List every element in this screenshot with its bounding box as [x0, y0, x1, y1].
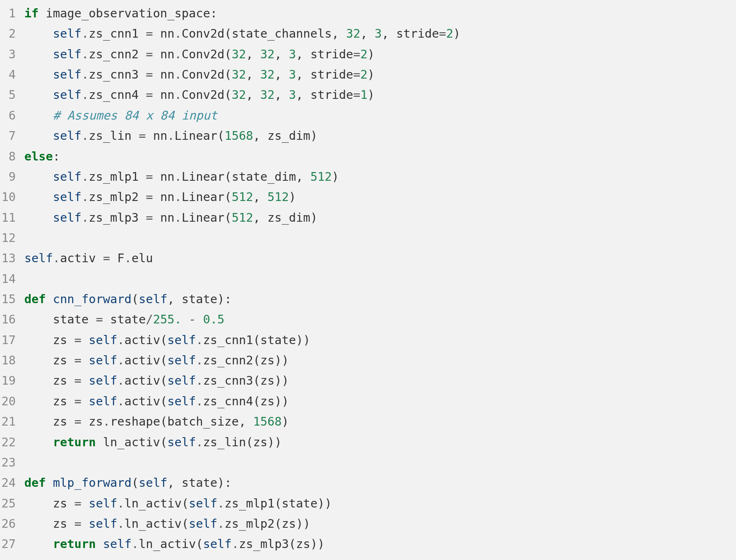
token-op: .: [196, 333, 203, 347]
token-kw: def: [24, 292, 46, 306]
token-op: =: [75, 333, 82, 347]
token-plain: ,: [246, 88, 260, 102]
token-plain: [24, 190, 53, 204]
token-op: .: [196, 435, 203, 449]
token-op: =: [139, 129, 146, 143]
token-op: =: [103, 251, 110, 265]
line-number: 18: [0, 350, 24, 371]
token-num: 32: [232, 47, 246, 61]
token-plain: [24, 211, 53, 225]
token-slf: self: [167, 373, 196, 388]
token-plain: zs_lin: [89, 129, 139, 143]
token-plain: zs: [24, 394, 75, 408]
token-plain: [96, 537, 103, 551]
code-line: 8else:: [0, 146, 736, 167]
token-op: =: [75, 517, 82, 531]
code-line: 25 zs = self.ln_activ(self.zs_mlp1(state…: [0, 493, 736, 514]
token-plain: zs: [82, 414, 103, 428]
token-num: 2: [361, 67, 368, 81]
code-line: 11 self.zs_mlp3 = nn.Linear(512, zs_dim): [0, 208, 736, 228]
token-op: .: [174, 211, 181, 225]
token-op: =: [439, 26, 446, 41]
code-content: zs = self.ln_activ(self.zs_mlp1(state)): [24, 493, 736, 514]
code-content: else:: [24, 146, 736, 167]
token-plain: Linear(: [182, 190, 232, 204]
token-slf: self: [139, 292, 167, 306]
token-plain: Conv2d(: [182, 67, 232, 81]
token-plain: Linear(state_dim,: [182, 170, 310, 184]
token-slf: self: [89, 353, 117, 367]
token-plain: ,: [274, 47, 289, 61]
token-op: =: [353, 67, 360, 81]
code-content: def mlp_forward(self, state):: [24, 473, 736, 493]
line-number: 12: [0, 228, 24, 248]
token-plain: ln_activ(: [96, 435, 167, 449]
token-plain: zs_cnn4(zs)): [203, 394, 289, 408]
token-plain: nn: [153, 26, 175, 41]
code-line: 20 zs = self.activ(self.zs_cnn4(zs)): [0, 391, 736, 412]
token-plain: F: [110, 251, 125, 265]
token-slf: self: [167, 435, 196, 449]
code-line: 7 self.zs_lin = nn.Linear(1568, zs_dim): [0, 126, 736, 146]
token-plain: zs_mlp1(state)): [224, 496, 332, 510]
token-op: .: [217, 517, 224, 531]
line-number: 24: [0, 473, 24, 493]
token-slf: self: [53, 129, 82, 143]
token-op: =: [146, 26, 153, 41]
token-op: .: [174, 190, 181, 204]
code-content: self.zs_lin = nn.Linear(1568, zs_dim): [24, 126, 736, 146]
token-plain: ): [368, 67, 375, 81]
line-number: 21: [0, 412, 24, 432]
token-plain: zs_mlp2: [89, 190, 146, 204]
token-slf: self: [53, 26, 82, 41]
code-line: 6 # Assumes 84 x 84 input: [0, 105, 736, 126]
code-line: 16 state = state/255. - 0.5: [0, 309, 736, 330]
line-number: 14: [0, 269, 24, 289]
token-op: .: [82, 170, 89, 184]
token-plain: [182, 312, 189, 326]
token-op: /: [146, 312, 153, 326]
code-content: self.zs_mlp2 = nn.Linear(512, 512): [24, 187, 736, 207]
code-content: self.zs_cnn2 = nn.Conv2d(32, 32, 3, stri…: [24, 44, 736, 65]
token-plain: zs_mlp3: [89, 211, 146, 225]
token-nf: cnn_forward: [53, 292, 132, 306]
code-block: 1if image_observation_space:2 self.zs_cn…: [0, 0, 736, 558]
token-plain: nn: [153, 190, 175, 204]
token-plain: activ(: [125, 373, 168, 388]
token-plain: ln_activ(: [139, 537, 203, 551]
token-plain: image_observation_space:: [38, 6, 217, 20]
token-slf: self: [189, 496, 217, 510]
token-plain: reshape(batch_size,: [110, 414, 253, 428]
token-slf: self: [189, 517, 217, 531]
token-slf: self: [203, 537, 232, 551]
token-plain: zs_cnn1: [89, 26, 146, 41]
token-plain: activ(: [125, 394, 168, 408]
token-op: =: [75, 394, 82, 408]
token-plain: state: [24, 312, 96, 326]
code-line: 15def cnn_forward(self, state):: [0, 289, 736, 309]
token-plain: [82, 333, 89, 347]
token-num: 32: [232, 88, 246, 102]
token-plain: Linear(: [182, 211, 232, 225]
token-op: .: [53, 251, 60, 265]
token-num: 512: [232, 190, 253, 204]
token-num: 512: [310, 170, 332, 184]
token-plain: activ(: [125, 333, 168, 347]
token-op: =: [146, 211, 153, 225]
token-op: =: [146, 88, 153, 102]
token-op: .: [132, 537, 139, 551]
token-num: 2: [361, 47, 368, 61]
token-plain: zs_cnn2(zs)): [203, 353, 289, 367]
line-number: 8: [0, 146, 24, 167]
token-op: .: [117, 394, 124, 408]
token-op: -: [189, 312, 196, 326]
line-number: 3: [0, 44, 24, 65]
line-number: 4: [0, 65, 24, 85]
token-num: 3: [289, 47, 296, 61]
token-op: =: [146, 47, 153, 61]
token-plain: zs: [24, 414, 75, 428]
token-op: .: [82, 26, 89, 41]
token-slf: self: [53, 190, 82, 204]
token-plain: ,: [361, 26, 375, 41]
token-plain: zs_mlp3(zs)): [239, 537, 325, 551]
